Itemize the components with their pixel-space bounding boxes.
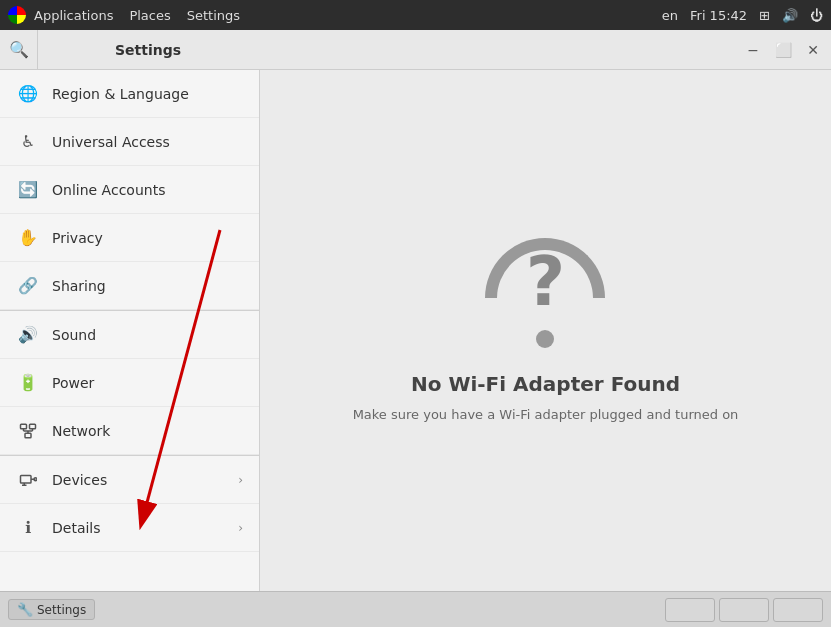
universal-access-icon: ♿ <box>16 130 40 154</box>
maximize-button[interactable]: ⬜ <box>769 36 797 64</box>
sidebar-item-sound[interactable]: 🔊 Sound <box>0 311 259 359</box>
no-wifi-illustration: ? No Wi-Fi Adapter Found Make sure you h… <box>353 238 739 423</box>
privacy-icon: ✋ <box>16 226 40 250</box>
svg-rect-7 <box>21 475 32 483</box>
settings-window: 🔍 Settings − ⬜ ✕ 🌐 Region & Language ♿ U… <box>0 30 831 627</box>
bottombar-settings-label: Settings <box>37 603 86 617</box>
minimize-button[interactable]: − <box>739 36 767 64</box>
svg-rect-2 <box>25 433 31 438</box>
window-controls: − ⬜ ✕ <box>739 36 831 64</box>
power-icon[interactable]: ⏻ <box>810 8 823 23</box>
sharing-icon: 🔗 <box>16 274 40 298</box>
devices-arrow-icon: › <box>238 473 243 487</box>
bottombar-box-3 <box>773 598 823 622</box>
topbar-applications[interactable]: Applications <box>34 8 113 23</box>
sidebar-label-region: Region & Language <box>52 86 243 102</box>
topbar: Applications Places Settings en Fri 15:4… <box>0 0 831 30</box>
sidebar-item-power[interactable]: 🔋 Power <box>0 359 259 407</box>
bottombar-right <box>665 598 823 622</box>
sidebar-item-devices[interactable]: Devices › <box>0 456 259 504</box>
app-icon <box>8 6 26 24</box>
sidebar-label-network: Network <box>52 423 243 439</box>
titlebar: 🔍 Settings − ⬜ ✕ <box>0 30 831 70</box>
topbar-locale: en <box>662 8 678 23</box>
bottombar-box-1 <box>665 598 715 622</box>
close-button[interactable]: ✕ <box>799 36 827 64</box>
sidebar-item-details[interactable]: ℹ Details › <box>0 504 259 552</box>
sidebar-label-devices: Devices <box>52 472 238 488</box>
wrench-icon: 🔧 <box>17 602 33 617</box>
sidebar-item-online-accounts[interactable]: 🔄 Online Accounts <box>0 166 259 214</box>
question-mark: ? <box>526 248 565 316</box>
bottombar-box-2 <box>719 598 769 622</box>
sidebar-item-universal-access[interactable]: ♿ Universal Access <box>0 118 259 166</box>
sidebar-label-sharing: Sharing <box>52 278 243 294</box>
search-icon: 🔍 <box>9 40 29 59</box>
sidebar-item-region[interactable]: 🌐 Region & Language <box>0 70 259 118</box>
sidebar-label-online-accounts: Online Accounts <box>52 182 243 198</box>
sidebar: 🌐 Region & Language ♿ Universal Access 🔄… <box>0 70 260 591</box>
online-accounts-icon: 🔄 <box>16 178 40 202</box>
svg-rect-0 <box>21 424 27 429</box>
power-icon: 🔋 <box>16 371 40 395</box>
network-icon[interactable]: ⊞ <box>759 8 770 23</box>
no-wifi-title: No Wi-Fi Adapter Found <box>411 372 680 396</box>
devices-icon <box>16 468 40 492</box>
topbar-menus: Applications Places Settings <box>34 8 240 23</box>
topbar-places[interactable]: Places <box>129 8 170 23</box>
volume-icon[interactable]: 🔊 <box>782 8 798 23</box>
right-panel: ? No Wi-Fi Adapter Found Make sure you h… <box>260 70 831 591</box>
window-title: Settings <box>38 42 258 58</box>
sidebar-item-sharing[interactable]: 🔗 Sharing <box>0 262 259 310</box>
wifi-dot <box>536 330 554 348</box>
sound-icon: 🔊 <box>16 323 40 347</box>
sidebar-label-details: Details <box>52 520 238 536</box>
sidebar-item-network[interactable]: Network <box>0 407 259 455</box>
sidebar-label-privacy: Privacy <box>52 230 243 246</box>
main-content: 🌐 Region & Language ♿ Universal Access 🔄… <box>0 70 831 591</box>
network-icon <box>16 419 40 443</box>
region-icon: 🌐 <box>16 82 40 106</box>
svg-rect-1 <box>30 424 36 429</box>
sidebar-label-universal-access: Universal Access <box>52 134 243 150</box>
no-wifi-desc: Make sure you have a Wi-Fi adapter plugg… <box>353 404 739 423</box>
sidebar-label-sound: Sound <box>52 327 243 343</box>
details-arrow-icon: › <box>238 521 243 535</box>
details-icon: ℹ <box>16 516 40 540</box>
search-button[interactable]: 🔍 <box>0 30 38 69</box>
bottombar: 🔧 Settings <box>0 591 831 627</box>
bottombar-settings-item[interactable]: 🔧 Settings <box>8 599 95 620</box>
topbar-time: Fri 15:42 <box>690 8 747 23</box>
topbar-settings-menu[interactable]: Settings <box>187 8 240 23</box>
sidebar-item-privacy[interactable]: ✋ Privacy <box>0 214 259 262</box>
wifi-graphic: ? <box>475 238 615 348</box>
sidebar-label-power: Power <box>52 375 243 391</box>
topbar-right: en Fri 15:42 ⊞ 🔊 ⏻ <box>662 8 823 23</box>
